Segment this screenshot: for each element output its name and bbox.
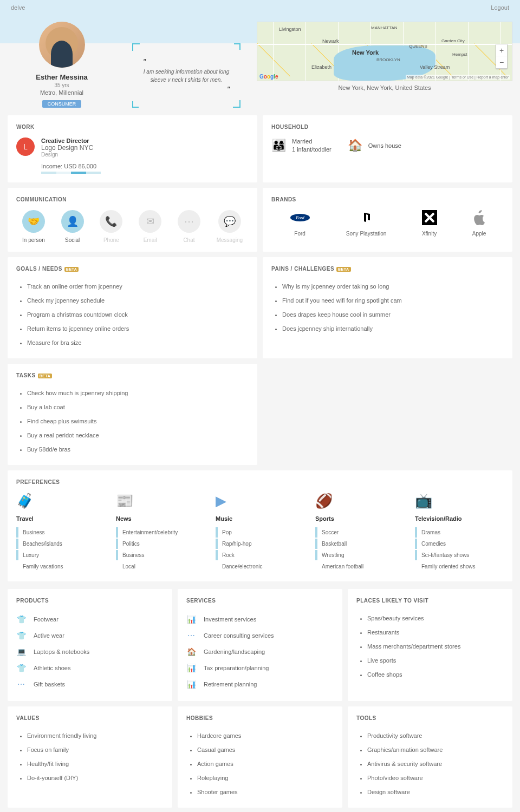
- work-card: WORK L Creative Director Logo Design NYC…: [8, 115, 257, 182]
- list-item: Do-it-yourself (DIY): [27, 771, 164, 785]
- quote-text: I am seeking information about long slee…: [143, 56, 230, 95]
- avatar: [39, 22, 85, 68]
- pref-title: Sports: [315, 515, 404, 522]
- map[interactable]: Livingston Newark MANHATTAN New York BRO…: [257, 22, 512, 81]
- logo: delve: [11, 4, 25, 11]
- income-bar: [41, 172, 101, 174]
- phone-icon: 📞: [100, 210, 122, 233]
- list-item: 👕Athletic shoes: [16, 660, 164, 676]
- list-item: 📊Investment services: [186, 611, 334, 627]
- dots-icon: ⋯: [178, 210, 200, 233]
- house-icon: 🏠: [348, 139, 362, 153]
- hobbies-card: HOBBIES Hardcore gamesCasual gamesAction…: [178, 706, 342, 808]
- pref-item: Business: [116, 550, 205, 560]
- comm-item-handshake: 🤝In person: [22, 210, 45, 243]
- item-icon: 👕: [16, 631, 26, 640]
- pref-item: Rap/hip-hop: [216, 539, 304, 549]
- children-status: 1 infant/toddler: [292, 146, 332, 154]
- brand-logo-icon: Ford: [289, 210, 311, 225]
- brands-card: BRANDS FordFordSony PlaystationXfinityAp…: [263, 188, 512, 252]
- list-item: Graphics/animation software: [367, 743, 504, 757]
- item-icon: 💻: [16, 647, 26, 656]
- values-title: VALUES: [16, 715, 164, 721]
- communication-title: COMMUNICATION: [16, 197, 249, 202]
- brand-label: Xfinity: [422, 231, 437, 237]
- pref-item: Luxury: [16, 550, 105, 560]
- tasks-card: TASKSBETA Check how much is jcpenney shi…: [8, 364, 257, 465]
- item-icon: ⋯: [16, 680, 26, 689]
- pains-card: PAINS / CHALLENGESBETA Why is my jcpenne…: [263, 257, 512, 358]
- list-item: Find cheap plus swimsuits: [27, 414, 249, 428]
- home-ownership: Owns house: [368, 142, 401, 150]
- pref-item: Rock: [216, 550, 304, 560]
- places-title: PLACES LIKELY TO VISIT: [356, 598, 504, 604]
- pref-title: News: [116, 515, 205, 522]
- list-item: Does drapes keep house cool in summer: [282, 307, 504, 322]
- msg-icon: 💬: [218, 210, 241, 233]
- services-title: SERVICES: [186, 598, 334, 604]
- item-icon: 🏠: [186, 647, 196, 656]
- pains-title: PAINS / CHALLENGESBETA: [271, 266, 504, 272]
- brand-logo-icon: [473, 210, 486, 225]
- list-item: Action games: [197, 757, 334, 771]
- luggage-icon: 🧳: [16, 493, 105, 509]
- pref-title: Travel: [16, 515, 105, 522]
- products-card: PRODUCTS 👕Footwear👕Active wear💻Laptops &…: [8, 589, 172, 701]
- tools-card: TOOLS Productivity softwareGraphics/anim…: [348, 706, 512, 808]
- list-item: Design software: [367, 785, 504, 799]
- list-item: Restaurants: [367, 625, 504, 639]
- work-dept: Design: [41, 152, 93, 158]
- brand-label: Ford: [294, 231, 306, 237]
- list-item: Casual games: [197, 743, 334, 757]
- work-title: WORK: [16, 124, 249, 130]
- comm-label: Messaging: [217, 237, 243, 243]
- logout-link[interactable]: Logout: [491, 4, 509, 11]
- pref-item: Pop: [216, 527, 304, 538]
- pref-item: Entertainment/celebrity: [116, 527, 205, 538]
- profile-name: Esther Messina: [8, 73, 116, 81]
- list-item: Find out if you need wifi for ring spotl…: [282, 293, 504, 307]
- pref-col: 🧳TravelBusinessBeaches/islandsLuxuryFami…: [16, 493, 105, 573]
- comm-label: In person: [22, 237, 45, 243]
- map-zoom: + −: [496, 44, 508, 69]
- work-company: Logo Design NYC: [41, 144, 93, 152]
- list-item: Healthy/fit living: [27, 757, 164, 771]
- zoom-out-button[interactable]: −: [496, 56, 507, 68]
- places-card: PLACES LIKELY TO VISIT Spas/beauty servi…: [348, 589, 512, 701]
- brand-label: Sony Playstation: [346, 231, 387, 237]
- profile-age: 35 yrs: [8, 82, 116, 88]
- comm-item-dots: ⋯Chat: [178, 210, 200, 243]
- pref-title: Television/Radio: [415, 515, 504, 522]
- pref-col: ▶MusicPopRap/hip-hopRockDance/electronic: [216, 493, 304, 573]
- pref-item: American football: [315, 561, 404, 572]
- pref-item: Dramas: [415, 527, 504, 538]
- mail-icon: ✉: [139, 210, 161, 233]
- list-item: ⋯Career consulting services: [186, 627, 334, 644]
- map-caption: New York, New York, United States: [257, 84, 512, 91]
- tools-title: TOOLS: [356, 715, 504, 721]
- products-title: PRODUCTS: [16, 598, 164, 604]
- svg-text:Ford: Ford: [295, 215, 305, 220]
- list-item: ⋯Gift baskets: [16, 676, 164, 692]
- item-icon: ⋯: [186, 631, 196, 640]
- household-card: HOUSEHOLD 👨‍👩‍👧 Married 1 infant/toddler…: [263, 115, 512, 182]
- sports-icon: 🏈: [315, 493, 404, 509]
- profile-meta: Metro, Millennial: [8, 89, 116, 96]
- brands-title: BRANDS: [271, 197, 504, 202]
- zoom-in-button[interactable]: +: [496, 44, 507, 56]
- list-item: Measure for bra size: [27, 336, 249, 350]
- item-icon: 👕: [16, 615, 26, 624]
- list-item: Buy a lab coat: [27, 400, 249, 414]
- values-card: VALUES Environment friendly livingFocus …: [8, 706, 172, 808]
- work-role: Creative Director: [41, 137, 93, 144]
- person-icon: 👤: [61, 210, 84, 233]
- comm-item-msg: 💬Messaging: [217, 210, 243, 243]
- list-item: Shooter games: [197, 785, 334, 799]
- services-card: SERVICES 📊Investment services⋯Career con…: [178, 589, 342, 701]
- brand-item: Xfinity: [422, 210, 437, 237]
- music-icon: ▶: [216, 493, 304, 509]
- consumer-badge: CONSUMER: [42, 100, 82, 108]
- pref-item: Basketball: [315, 539, 404, 549]
- comm-item-phone: 📞Phone: [100, 210, 122, 243]
- list-item: Why is my jcpenney order taking so long: [282, 279, 504, 293]
